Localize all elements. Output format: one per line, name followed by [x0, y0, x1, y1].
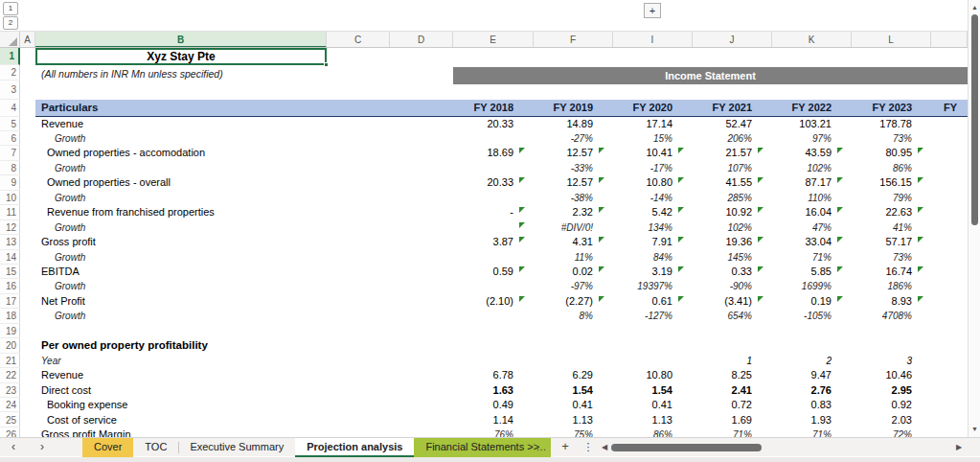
row-header-1[interactable]: 1 — [0, 48, 20, 65]
horizontal-scrollbar[interactable] — [611, 444, 961, 451]
prev-sheet-icon[interactable]: ‹ — [2, 438, 25, 457]
selected-cell-title[interactable]: Xyz Stay Pte — [35, 48, 327, 65]
cell-value[interactable]: 57.17 — [852, 235, 932, 249]
cell-value[interactable]: 19.36 — [693, 235, 772, 249]
cell-value[interactable]: 178.78 — [852, 117, 932, 131]
cell-value[interactable]: 71% — [693, 427, 772, 437]
cell-value[interactable]: 0.61 — [613, 294, 693, 309]
cell-value[interactable]: -27% — [534, 131, 613, 146]
cell-value[interactable]: 22.63 — [852, 205, 932, 219]
cell-value[interactable]: 2.95 — [852, 383, 932, 398]
cell-value[interactable]: 20.33 — [453, 175, 534, 190]
scroll-down-icon[interactable]: ▼ — [969, 424, 980, 435]
cell-value[interactable]: 97% — [772, 131, 852, 146]
outline-level-2-button[interactable]: 2 — [3, 16, 18, 30]
cell-value[interactable]: (2.10) — [453, 294, 534, 309]
cell-value[interactable]: 8.93 — [852, 294, 932, 309]
cell-value[interactable]: 4708% — [852, 309, 932, 323]
cell-value[interactable]: 12.57 — [534, 146, 613, 160]
cell-value[interactable]: 73% — [852, 131, 932, 146]
partial-year-header[interactable]: FY — [944, 100, 957, 115]
cell-value[interactable]: 52.47 — [693, 117, 772, 131]
cell-value[interactable]: 0.59 — [453, 265, 534, 279]
cell-value[interactable]: 79% — [852, 191, 932, 205]
cell-value[interactable]: 76% — [453, 427, 534, 437]
row-label[interactable]: Growth — [55, 279, 85, 293]
row-label[interactable]: Revenue — [41, 117, 83, 131]
cell-value[interactable]: 0.41 — [534, 398, 613, 412]
year-header-5[interactable]: FY 2022 — [772, 100, 852, 115]
row-header-26[interactable]: 26 — [0, 427, 20, 437]
row-header-11[interactable]: 11 — [0, 205, 20, 219]
add-sheet-button[interactable]: + — [556, 438, 575, 457]
row-label[interactable]: Growth — [55, 191, 85, 205]
cell-value[interactable]: 134% — [613, 220, 693, 235]
cell-value[interactable] — [693, 324, 772, 338]
cell-value[interactable] — [613, 338, 693, 353]
cell-value[interactable]: 10.80 — [613, 368, 693, 382]
cell-value[interactable] — [534, 354, 613, 368]
cell-value[interactable] — [772, 324, 852, 338]
column-header-C[interactable]: C — [327, 32, 390, 48]
row-label[interactable]: Revenue — [41, 368, 83, 382]
cell-value[interactable]: 33.04 — [772, 235, 852, 249]
cell-value[interactable]: 18.69 — [453, 146, 534, 160]
cell-value[interactable]: 0.72 — [693, 398, 772, 412]
column-header-E[interactable]: E — [453, 32, 534, 48]
sheet-tab-executive-summary[interactable]: Executive Summary — [178, 438, 295, 457]
cell-value[interactable]: 1.69 — [693, 413, 772, 427]
row-header-25[interactable]: 25 — [0, 413, 20, 427]
row-label[interactable]: Growth — [55, 220, 85, 235]
sheet-tab-projection-analysis[interactable]: Projection analysis — [295, 438, 414, 457]
row-label[interactable]: Growth — [55, 161, 85, 175]
cell-value[interactable]: 2 — [772, 354, 852, 368]
row-header-19[interactable]: 19 — [0, 324, 20, 338]
row-header-24[interactable]: 24 — [0, 398, 20, 412]
year-header-2[interactable]: FY 2019 — [534, 100, 613, 115]
cell-value[interactable]: 71% — [772, 250, 852, 265]
cell-value[interactable] — [453, 338, 534, 353]
row-label[interactable]: Growth — [55, 309, 85, 323]
column-header-B[interactable]: B — [35, 32, 327, 48]
cell-value[interactable]: 15% — [613, 131, 693, 146]
cell-value[interactable] — [453, 279, 534, 293]
cell-value[interactable]: 47% — [772, 220, 852, 235]
cell-value[interactable]: 10.80 — [613, 175, 693, 190]
column-header-L[interactable]: L — [852, 32, 931, 48]
cell-value[interactable]: 1.63 — [453, 383, 534, 398]
row-header-15[interactable]: 15 — [0, 265, 20, 279]
cell-value[interactable] — [772, 338, 852, 353]
cell-value[interactable]: 19397% — [613, 279, 693, 293]
cell-value[interactable]: 206% — [693, 131, 772, 146]
row-label[interactable]: Revenue from franchised properties — [47, 205, 215, 219]
cell-value[interactable]: -17% — [613, 161, 693, 175]
cell-value[interactable] — [453, 161, 534, 175]
row-header-9[interactable]: 9 — [0, 175, 20, 190]
cell-value[interactable] — [613, 354, 693, 368]
cell-value[interactable]: 10.46 — [852, 368, 932, 382]
hscroll-right-icon[interactable]: ▶ — [956, 443, 962, 451]
cell-value[interactable]: 654% — [693, 309, 772, 323]
row-header-23[interactable]: 23 — [0, 383, 20, 398]
cell-value[interactable]: 73% — [852, 250, 932, 265]
cell-value[interactable]: 3.87 — [453, 235, 534, 249]
tab-menu-button[interactable]: ⋮ — [581, 438, 596, 457]
row-header-20[interactable]: 20 — [0, 338, 20, 353]
sheet-tab-toc[interactable]: TOC — [133, 438, 178, 457]
row-header-21[interactable]: 21 — [0, 354, 20, 368]
cell-value[interactable]: 71% — [772, 427, 852, 437]
cell-value[interactable] — [453, 309, 534, 323]
cell-value[interactable]: -14% — [613, 191, 693, 205]
cell-value[interactable]: 1.54 — [613, 383, 693, 398]
year-header-1[interactable]: FY 2018 — [453, 100, 534, 115]
year-header-6[interactable]: FY 2023 — [852, 100, 932, 115]
cell-value[interactable] — [453, 324, 534, 338]
cell-value[interactable]: 20.33 — [453, 117, 534, 131]
sheet-tab-cover[interactable]: Cover — [82, 438, 133, 457]
row-header-10[interactable]: 10 — [0, 191, 20, 205]
cell-value[interactable]: 75% — [534, 427, 613, 437]
cell-value[interactable]: 1.14 — [453, 413, 534, 427]
cell-value[interactable]: 17.14 — [613, 117, 693, 131]
cell-value[interactable]: 1699% — [772, 279, 852, 293]
row-label[interactable]: Cost of service — [47, 413, 117, 427]
